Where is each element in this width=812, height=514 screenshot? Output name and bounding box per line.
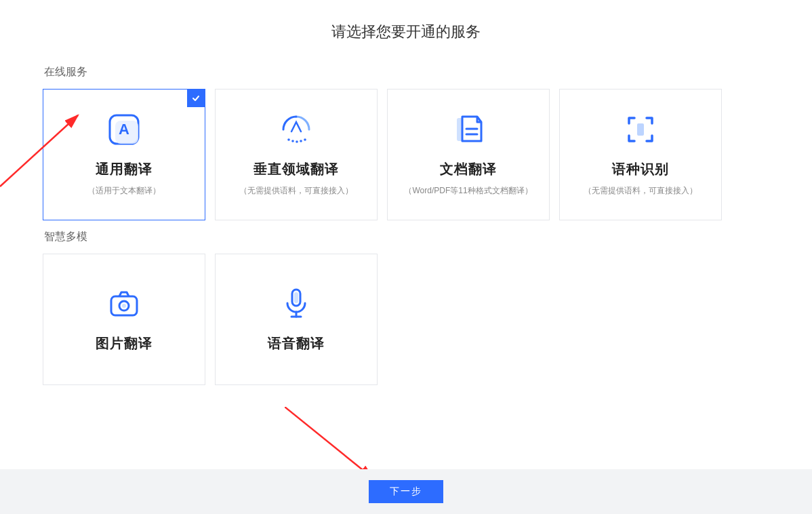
svg-text:A: A <box>119 121 129 138</box>
page-title: 请选择您要开通的服务 <box>0 0 812 56</box>
service-card-title: 语音翻译 <box>268 334 325 353</box>
section-multimodal-label: 智慧多模 <box>44 230 772 244</box>
service-card-title: 语种识别 <box>612 160 669 178</box>
next-button[interactable]: 下一步 <box>369 480 443 503</box>
service-card-sub: （无需提供语料，可直接接入） <box>239 185 353 197</box>
svg-point-6 <box>300 140 302 142</box>
check-icon <box>187 90 205 107</box>
service-card-sub: （Word/PDF等11种格式文档翻译） <box>404 185 532 197</box>
service-card-title: 垂直领域翻译 <box>253 160 339 178</box>
section-online-label: 在线服务 <box>44 65 772 79</box>
letter-a-icon: A <box>106 106 142 153</box>
svg-rect-11 <box>637 123 644 136</box>
camera-icon <box>106 280 142 328</box>
service-card-voice-translation[interactable]: 语音翻译 <box>215 254 378 385</box>
service-card-image-translation[interactable]: 图片翻译 <box>43 254 205 385</box>
scope-icon <box>278 106 314 153</box>
detect-icon <box>622 106 659 153</box>
svg-point-14 <box>122 304 126 308</box>
svg-line-20 <box>285 407 373 478</box>
service-card-language-detect[interactable]: 语种识别 （无需提供语料，可直接接入） <box>559 89 722 220</box>
service-card-general-translation[interactable]: A 通用翻译 （适用于文本翻译） <box>43 89 205 220</box>
service-card-document-translation[interactable]: 文档翻译 （Word/PDF等11种格式文档翻译） <box>387 89 550 220</box>
service-card-vertical-translation[interactable]: 垂直领域翻译 （无需提供语料，可直接接入） <box>215 89 378 220</box>
service-card-title: 文档翻译 <box>440 160 497 178</box>
svg-point-7 <box>304 138 306 141</box>
svg-rect-16 <box>294 292 298 303</box>
svg-point-5 <box>296 140 298 143</box>
service-card-title: 通用翻译 <box>96 160 153 178</box>
svg-point-4 <box>291 140 294 142</box>
svg-point-3 <box>287 138 290 141</box>
microphone-icon <box>278 280 314 328</box>
service-card-title: 图片翻译 <box>96 334 153 353</box>
document-icon <box>450 106 487 153</box>
service-card-sub: （适用于文本翻译） <box>87 185 161 197</box>
service-card-sub: （无需提供语料，可直接接入） <box>584 185 697 197</box>
